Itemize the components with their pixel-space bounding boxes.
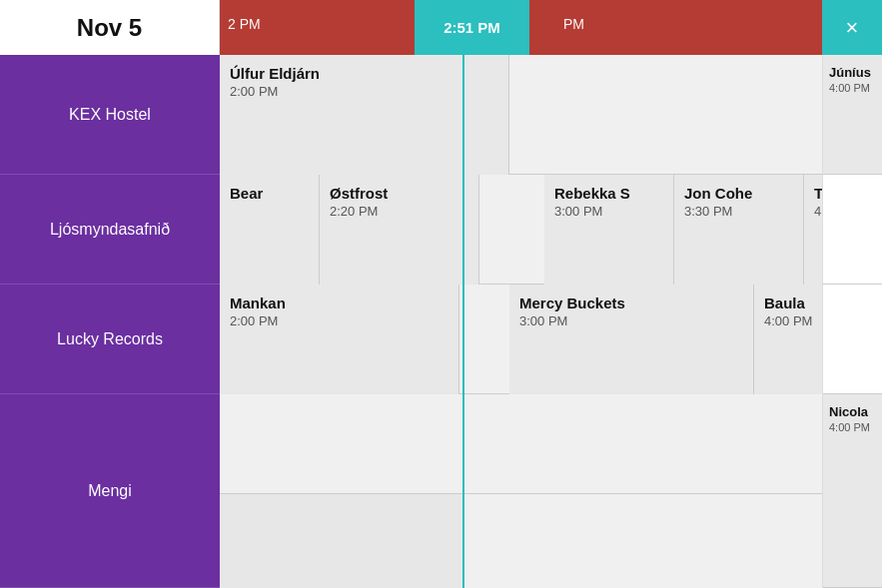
venue-ljos[interactable]: Ljósmyndasafnið bbox=[0, 175, 220, 285]
venue-mengi[interactable]: Mengi bbox=[0, 394, 220, 588]
lucky-row: Mankan 2:00 PM Mercy Buckets 3:00 PM Bau… bbox=[220, 285, 822, 394]
event-ulfur[interactable]: Úlfur Eldjárn 2:00 PM bbox=[220, 55, 509, 175]
event-jon-cohen-name: Jon Cohe bbox=[684, 185, 793, 202]
event-ostfrost-name: Østfrost bbox=[330, 185, 468, 202]
right-event-nicola-time: 4:00 PM bbox=[829, 421, 876, 433]
right-event-ljos-empty bbox=[823, 175, 882, 285]
time-label-2pm: 2 PM bbox=[224, 8, 261, 32]
event-ostfrost-time: 2:20 PM bbox=[330, 204, 468, 219]
event-rebekka[interactable]: Rebekka S 3:00 PM bbox=[544, 175, 674, 285]
venue-lucky[interactable]: Lucky Records bbox=[0, 285, 220, 394]
event-ostfrost[interactable]: Østfrost 2:20 PM bbox=[320, 175, 479, 285]
venue-lucky-label: Lucky Records bbox=[57, 330, 163, 348]
time-label-pm: PM bbox=[559, 8, 584, 32]
event-mercy-buckets[interactable]: Mercy Buckets 3:00 PM bbox=[509, 285, 754, 394]
header-date-cell: Nov 5 bbox=[0, 0, 220, 55]
right-event-junius[interactable]: Júníus 4:00 PM bbox=[823, 55, 882, 175]
right-event-junius-name: Júníus bbox=[829, 65, 876, 80]
venue-kex-label: KEX Hostel bbox=[69, 106, 151, 124]
event-mankan-time: 2:00 PM bbox=[230, 313, 448, 328]
venue-sidebar: KEX Hostel Ljósmyndasafnið Lucky Records… bbox=[0, 55, 220, 588]
right-event-nicola[interactable]: Nicola 4:00 PM bbox=[823, 394, 882, 588]
kex-row: Úlfur Eldjárn 2:00 PM bbox=[220, 55, 822, 175]
event-bear[interactable]: Bear bbox=[220, 175, 320, 285]
venue-ljos-label: Ljósmyndasafnið bbox=[50, 221, 170, 239]
venue-mengi-label: Mengi bbox=[88, 482, 132, 500]
current-time-label: 2:51 PM bbox=[443, 19, 500, 36]
schedule-grid: Úlfur Eldjárn 2:00 PM Bear Østfrost 2:20… bbox=[220, 55, 822, 588]
right-event-lucky-empty bbox=[823, 285, 882, 394]
event-ulfur-name: Úlfur Eldjárn bbox=[230, 65, 498, 82]
event-bear-name: Bear bbox=[230, 185, 309, 202]
close-icon: × bbox=[846, 15, 859, 41]
right-event-junius-time: 4:00 PM bbox=[829, 82, 876, 94]
event-mercy-buckets-name: Mercy Buckets bbox=[519, 294, 743, 311]
header-times: 2 PM 2:51 PM PM bbox=[220, 0, 822, 55]
event-rebekka-time: 3:00 PM bbox=[554, 204, 663, 219]
close-button[interactable]: × bbox=[822, 0, 882, 55]
mengi-row bbox=[220, 394, 822, 494]
event-jon-cohen[interactable]: Jon Cohe 3:30 PM bbox=[674, 175, 804, 285]
event-jon-cohen-time: 3:30 PM bbox=[684, 204, 793, 219]
event-the-a-name: The A bbox=[814, 185, 822, 202]
right-event-nicola-name: Nicola bbox=[829, 404, 876, 419]
venue-kex[interactable]: KEX Hostel bbox=[0, 55, 220, 175]
schedule-container: Nov 5 2 PM 2:51 PM PM × KEX Hostel Ljósm… bbox=[0, 0, 882, 588]
event-baula-name: Baula bbox=[764, 294, 822, 311]
event-mankan-name: Mankan bbox=[230, 294, 448, 311]
event-rebekka-name: Rebekka S bbox=[554, 185, 663, 202]
header-row: Nov 5 2 PM 2:51 PM PM × bbox=[0, 0, 882, 55]
header-date: Nov 5 bbox=[77, 14, 142, 42]
content-area: KEX Hostel Ljósmyndasafnið Lucky Records… bbox=[0, 55, 882, 588]
current-time-box: 2:51 PM bbox=[415, 0, 529, 55]
ljos-row: Bear Østfrost 2:20 PM Rebekka S 3:00 PM bbox=[220, 175, 822, 285]
event-the-a-time: 4:00 PM bbox=[814, 204, 822, 219]
right-panel: Júníus 4:00 PM Nicola 4:00 PM bbox=[822, 55, 882, 588]
event-mercy-buckets-time: 3:00 PM bbox=[519, 313, 743, 328]
event-baula[interactable]: Baula 4:00 PM bbox=[754, 285, 822, 394]
event-baula-time: 4:00 PM bbox=[764, 313, 822, 328]
event-the-a[interactable]: The A 4:00 PM bbox=[804, 175, 822, 285]
event-ulfur-time: 2:00 PM bbox=[230, 84, 498, 99]
event-mankan[interactable]: Mankan 2:00 PM bbox=[220, 285, 459, 394]
